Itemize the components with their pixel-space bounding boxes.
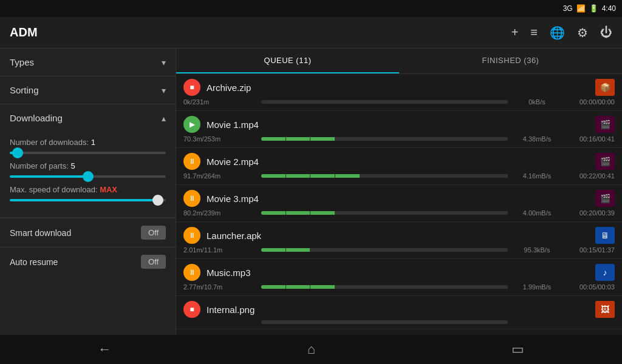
status-icons: 3G 📶 🔋 4:40 — [563, 4, 616, 13]
download-item[interactable]: ⏸ Music.mp3 ♪ 2.77m/10.7m 1.99mB/s 00:05… — [176, 259, 622, 296]
progress-bar — [261, 100, 508, 104]
recents-button[interactable]: ▭ — [499, 337, 536, 362]
progress-bar — [261, 248, 508, 252]
download-status-icon: ■ — [183, 301, 200, 318]
progress-time: 00:15/01:37 — [566, 246, 615, 254]
progress-bar — [261, 320, 508, 324]
download-status-icon: ⏸ — [183, 227, 200, 244]
progress-info: 80.2m/239m — [183, 209, 256, 217]
progress-info: 2.77m/10.7m — [183, 283, 256, 291]
download-item-header: ⏸ Launcher.apk 🖥 — [183, 227, 615, 244]
auto-resume-toggle[interactable]: Off — [141, 255, 166, 269]
sidebar-header-sorting[interactable]: Sorting ▾ — [0, 76, 176, 104]
progress-bar — [261, 174, 508, 178]
download-item[interactable]: ■ Archive.zip 📦 0k/231m 0kB/s 00:00/00:0… — [176, 74, 622, 111]
tabs-bar: QUEUE (11) FINISHED (36) — [176, 49, 622, 74]
download-status-icon: ⏸ — [183, 264, 200, 281]
progress-bar — [261, 211, 508, 215]
download-item[interactable]: ▶ Movie 1.mp4 🎬 70.3m/253m 4.38mB/s 00:1… — [176, 111, 622, 148]
download-name: Internal.png — [207, 305, 589, 315]
bottom-nav: ← ⌂ ▭ — [0, 335, 622, 364]
max-speed-row: Max. speed of download: MAX — [10, 185, 166, 201]
progress-time: 00:20/00:39 — [566, 209, 615, 217]
progress-info: 0k/231m — [183, 98, 256, 106]
progress-time: 00:16/00:41 — [566, 135, 615, 143]
download-thumb: 🎬 — [595, 153, 615, 170]
auto-resume-row: Auto resume Off — [0, 247, 176, 276]
tab-finished[interactable]: FINISHED (36) — [399, 49, 622, 73]
max-speed-label: Max. speed of download: MAX — [10, 185, 166, 194]
download-list: ■ Archive.zip 📦 0k/231m 0kB/s 00:00/00:0… — [176, 74, 622, 335]
num-downloads-slider-thumb[interactable] — [12, 147, 23, 158]
download-name: Launcher.apk — [207, 231, 589, 241]
sidebar-section-sorting: Sorting ▾ — [0, 76, 176, 104]
download-item[interactable]: ■ Internal.png 🖼 — [176, 296, 622, 329]
download-name: Movie 1.mp4 — [207, 120, 589, 130]
smart-download-toggle[interactable]: Off — [141, 226, 166, 240]
progress-info: 91.7m/264m — [183, 172, 256, 180]
sorting-chevron-icon: ▾ — [162, 86, 166, 95]
download-item-header: ⏸ Movie 2.mp4 🎬 — [183, 153, 615, 170]
downloading-chevron-icon: ▴ — [162, 113, 166, 123]
max-speed-slider-thumb[interactable] — [152, 195, 163, 206]
smart-download-row: Smart download Off — [0, 218, 176, 247]
tab-queue[interactable]: QUEUE (11) — [176, 49, 399, 73]
num-downloads-row: Number of downloads: 1 — [10, 138, 166, 154]
downloading-label: Downloading — [10, 113, 63, 123]
menu-button[interactable]: ≡ — [530, 25, 538, 39]
top-bar: ADM + ≡ 🌐 ⚙ ⏻ — [0, 17, 622, 49]
download-status-icon: ⏸ — [183, 153, 200, 170]
progress-speed: 4.00mB/s — [513, 209, 561, 217]
progress-row: 0k/231m 0kB/s 00:00/00:00 — [183, 98, 615, 106]
sidebar-header-downloading[interactable]: Downloading ▴ — [0, 104, 176, 132]
auto-resume-label: Auto resume — [10, 257, 58, 267]
download-item[interactable]: ⏸ Movie 2.mp4 🎬 91.7m/264m 4.16mB/s 00:2… — [176, 148, 622, 185]
num-parts-slider-thumb[interactable] — [83, 171, 94, 182]
sidebar-section-types: Types ▾ — [0, 49, 176, 76]
globe-button[interactable]: 🌐 — [550, 25, 565, 40]
smart-download-label: Smart download — [10, 228, 71, 238]
sidebar-header-types[interactable]: Types ▾ — [0, 49, 176, 76]
download-name: Movie 3.mp4 — [207, 194, 589, 204]
home-button[interactable]: ⌂ — [295, 337, 327, 362]
status-bar: 3G 📶 🔋 4:40 — [0, 0, 622, 17]
download-status-icon: ⏸ — [183, 190, 200, 207]
num-parts-row: Number of parts: 5 — [10, 161, 166, 178]
progress-row: 2.01m/11.1m 95.3kB/s 00:15/01:37 — [183, 246, 615, 254]
download-name: Movie 2.mp4 — [207, 157, 589, 167]
signal-icon: 📶 — [576, 4, 586, 13]
progress-row: 91.7m/264m 4.16mB/s 00:22/00:41 — [183, 172, 615, 180]
app-title: ADM — [10, 25, 511, 39]
max-speed-slider-track[interactable] — [10, 199, 166, 201]
download-item-header: ■ Archive.zip 📦 — [183, 79, 615, 96]
progress-row: 70.3m/253m 4.38mB/s 00:16/00:41 — [183, 135, 615, 143]
network-icon: 3G — [563, 4, 573, 13]
progress-row: 2.77m/10.7m 1.99mB/s 00:05/00:03 — [183, 283, 615, 291]
sorting-label: Sorting — [10, 85, 39, 95]
num-downloads-slider-track[interactable] — [10, 152, 166, 154]
power-button[interactable]: ⏻ — [600, 25, 612, 39]
download-item[interactable]: ⏸ Launcher.apk 🖥 2.01m/11.1m 95.3kB/s 00… — [176, 222, 622, 259]
num-parts-label: Number of parts: 5 — [10, 161, 166, 170]
num-parts-slider-track[interactable] — [10, 175, 166, 178]
num-downloads-label: Number of downloads: 1 — [10, 138, 166, 147]
sidebar: Types ▾ Sorting ▾ Downloading ▴ Number o… — [0, 49, 176, 335]
downloading-content: Number of downloads: 1 Number of parts: … — [0, 132, 176, 217]
progress-speed: 95.3kB/s — [513, 246, 561, 254]
progress-time: 00:22/00:41 — [566, 172, 615, 180]
max-speed-slider-fill — [10, 199, 158, 201]
progress-bar — [261, 137, 508, 141]
download-item-header: ⏸ Movie 3.mp4 🎬 — [183, 190, 615, 207]
download-status-icon: ■ — [183, 79, 200, 96]
download-thumb: 🎬 — [595, 116, 615, 133]
settings-button[interactable]: ⚙ — [577, 25, 588, 40]
battery-icon: 🔋 — [589, 4, 598, 13]
download-item[interactable]: ⏸ Movie 3.mp4 🎬 80.2m/239m 4.00mB/s 00:2… — [176, 185, 622, 222]
progress-row — [183, 320, 615, 324]
progress-speed: 4.38mB/s — [513, 135, 561, 143]
top-actions: + ≡ 🌐 ⚙ ⏻ — [511, 25, 612, 40]
progress-time: 00:05/00:03 — [566, 283, 615, 291]
add-button[interactable]: + — [511, 25, 519, 39]
download-thumb: 🎬 — [595, 190, 615, 207]
back-button[interactable]: ← — [86, 337, 123, 362]
